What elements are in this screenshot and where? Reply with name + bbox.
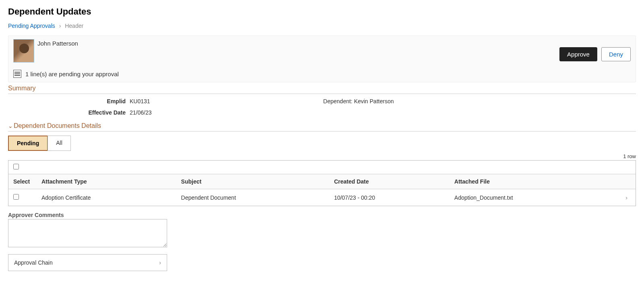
approve-button[interactable]: Approve — [559, 47, 597, 61]
effective-date-label: Effective Date — [13, 109, 130, 116]
page-title: Dependent Updates — [8, 6, 636, 17]
dependent-text: Dependent: Kevin Patterson — [323, 98, 394, 104]
header-region: John Patterson Approve Deny 1 line(s) ar… — [8, 36, 636, 82]
col-attachment-type: Attachment Type — [37, 174, 176, 189]
cell-subject: Dependent Document — [176, 189, 329, 206]
documents-table: Select Attachment Type Subject Created D… — [8, 160, 636, 206]
tabs: Pending All — [8, 136, 636, 151]
breadcrumb-current: Header — [65, 23, 83, 29]
effective-date-value: 21/06/23 — [130, 109, 152, 116]
chevron-down-icon: ⌄ — [8, 123, 13, 129]
pending-approval-text: 1 line(s) are pending your approval — [25, 71, 119, 77]
avatar — [13, 39, 34, 63]
row-count: 1 row — [8, 153, 636, 159]
breadcrumb-parent-link[interactable]: Pending Approvals — [8, 23, 55, 29]
col-created-date: Created Date — [329, 174, 449, 189]
summary-section-title: Summary — [8, 85, 636, 94]
approval-chain-label: Approval Chain — [14, 259, 53, 266]
emplid-value: KU0131 — [130, 98, 150, 104]
cell-attached-file: Adoption_Document.txt — [449, 189, 611, 206]
cell-created-date: 10/07/23 - 00:20 — [329, 189, 449, 206]
breadcrumb: Pending Approvals › Header — [8, 23, 636, 29]
approval-chain-button[interactable]: Approval Chain › — [8, 254, 167, 271]
col-attached-file: Attached File — [449, 174, 611, 189]
chevron-right-icon: › — [159, 259, 161, 266]
summary-grid: Emplid KU0131 Dependent: Kevin Patterson… — [8, 98, 636, 116]
lines-icon — [13, 70, 21, 78]
chevron-right-icon: › — [59, 23, 61, 29]
col-subject: Subject — [176, 174, 329, 189]
approver-comments-input[interactable] — [8, 219, 167, 247]
tab-pending[interactable]: Pending — [8, 136, 48, 151]
cell-attachment-type: Adoption Certificate — [37, 189, 176, 206]
emplid-label: Emplid — [13, 98, 130, 104]
documents-section-header[interactable]: ⌄ Dependent Documents Details — [8, 122, 636, 132]
col-select: Select — [8, 174, 37, 189]
deny-button[interactable]: Deny — [601, 47, 631, 61]
user-name: John Patterson — [37, 40, 78, 47]
select-all-checkbox[interactable] — [13, 164, 19, 169]
approver-comments-label: Approver Comments — [8, 212, 636, 218]
documents-section-title: Dependent Documents Details — [14, 122, 101, 129]
chevron-right-icon: › — [625, 194, 627, 201]
tab-all[interactable]: All — [48, 136, 71, 151]
row-select-checkbox[interactable] — [13, 194, 19, 200]
table-row[interactable]: Adoption Certificate Dependent Document … — [8, 189, 636, 206]
